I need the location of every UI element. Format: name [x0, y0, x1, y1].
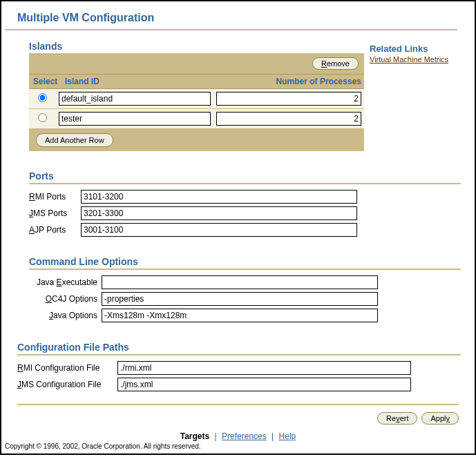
col-header-num-processes: Number of Processes	[212, 75, 364, 88]
jms-config-file-input[interactable]	[117, 378, 411, 391]
section-heading-cmd: Command Line Options	[29, 256, 461, 267]
oc4j-options-label: OC4J Options	[29, 294, 102, 304]
rmi-config-file-label: RMI Configuration File	[17, 363, 117, 373]
oc4j-options-input[interactable]	[102, 292, 378, 306]
rmi-ports-label: RMI Ports	[29, 192, 81, 202]
select-radio[interactable]	[38, 93, 47, 102]
rmi-ports-input[interactable]	[81, 190, 357, 204]
section-heading-ports: Ports	[29, 170, 461, 182]
table-row	[29, 89, 364, 109]
footer-preferences-link[interactable]: Preferences	[222, 431, 267, 441]
rmi-config-file-input[interactable]	[117, 361, 411, 375]
footer-help-link[interactable]: Help	[279, 431, 296, 441]
copyright: Copyright © 1996, 2002, Oracle Corporati…	[5, 441, 471, 450]
revert-button[interactable]: Revert	[377, 412, 417, 425]
jms-ports-label: JMS Ports	[29, 208, 81, 218]
divider	[29, 183, 461, 184]
java-options-input[interactable]	[102, 309, 378, 322]
java-executable-input[interactable]	[102, 275, 378, 289]
num-processes-input[interactable]	[216, 92, 361, 106]
select-radio[interactable]	[38, 113, 47, 122]
footer-links: Targets | Preferences | Help	[5, 431, 471, 441]
jms-config-file-label: JMS Configuration File	[17, 380, 117, 389]
add-another-row-button[interactable]: Add Another Row	[36, 133, 113, 147]
jms-ports-input[interactable]	[81, 206, 357, 220]
divider	[29, 269, 461, 270]
divider	[5, 29, 457, 30]
virtual-machine-metrics-link[interactable]: Virtual Machine Metrics	[370, 55, 448, 64]
col-header-select: Select	[29, 75, 61, 88]
island-id-input[interactable]	[59, 92, 211, 106]
table-row	[29, 109, 364, 129]
remove-button[interactable]: Remove	[312, 57, 359, 70]
section-heading-paths: Configuration File Paths	[17, 342, 461, 353]
ajp-ports-input[interactable]	[81, 223, 357, 237]
island-id-input[interactable]	[59, 112, 211, 126]
page-title: Multiple VM Configuration	[5, 8, 471, 28]
num-processes-input[interactable]	[216, 112, 361, 126]
divider	[17, 354, 461, 355]
java-options-label: Java Options	[29, 311, 102, 320]
islands-table: Remove Select Island ID Number of Proces…	[29, 53, 364, 151]
section-heading-islands: Islands	[29, 41, 364, 52]
apply-button[interactable]: Apply	[421, 412, 459, 425]
footer-targets[interactable]: Targets	[180, 431, 209, 441]
java-executable-label: Java Executable	[29, 277, 102, 287]
ajp-ports-label: AJP Ports	[29, 225, 81, 235]
related-links-heading: Related Links	[370, 43, 448, 54]
related-links: Related Links Virtual Machine Metrics	[370, 41, 448, 151]
col-header-island-id: Island ID	[61, 75, 212, 88]
